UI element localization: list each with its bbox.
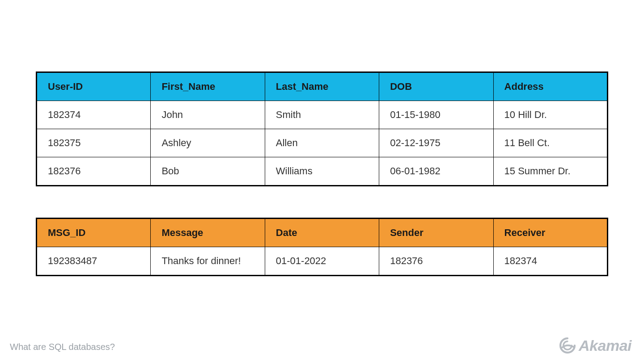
table-spacer (36, 186, 608, 218)
brand-logo: Akamai (558, 336, 631, 355)
table-header-row: MSG_ID Message Date Sender Receiver (37, 219, 608, 247)
table-row: 182375 Ashley Allen 02-12-1975 11 Bell C… (37, 129, 608, 157)
cell-first-name: Ashley (151, 129, 265, 157)
users-table: User-ID First_Name Last_Name DOB Address… (36, 72, 608, 186)
cell-first-name: John (151, 101, 265, 129)
col-header-user-id: User-ID (37, 72, 151, 101)
wave-icon (558, 336, 577, 355)
cell-date: 01-01-2022 (265, 247, 379, 276)
col-header-receiver: Receiver (493, 219, 607, 247)
cell-sender: 182376 (379, 247, 493, 276)
table-row: 182374 John Smith 01-15-1980 10 Hill Dr. (37, 101, 608, 129)
cell-address: 10 Hill Dr. (493, 101, 607, 129)
table-row: 192383487 Thanks for dinner! 01-01-2022 … (37, 247, 608, 276)
cell-user-id: 182376 (37, 157, 151, 186)
col-header-date: Date (265, 219, 379, 247)
col-header-message: Message (151, 219, 265, 247)
messages-table: MSG_ID Message Date Sender Receiver 1923… (36, 218, 608, 276)
col-header-msg-id: MSG_ID (37, 219, 151, 247)
col-header-dob: DOB (379, 72, 493, 101)
cell-last-name: Allen (265, 129, 379, 157)
col-header-address: Address (493, 72, 607, 101)
tables-container: User-ID First_Name Last_Name DOB Address… (36, 72, 608, 276)
cell-last-name: Smith (265, 101, 379, 129)
cell-address: 11 Bell Ct. (493, 129, 607, 157)
cell-last-name: Williams (265, 157, 379, 186)
cell-receiver: 182374 (493, 247, 607, 276)
table-header-row: User-ID First_Name Last_Name DOB Address (37, 72, 608, 101)
cell-user-id: 182375 (37, 129, 151, 157)
cell-msg-id: 192383487 (37, 247, 151, 276)
cell-address: 15 Summer Dr. (493, 157, 607, 186)
cell-user-id: 182374 (37, 101, 151, 129)
cell-first-name: Bob (151, 157, 265, 186)
cell-dob: 01-15-1980 (379, 101, 493, 129)
col-header-last-name: Last_Name (265, 72, 379, 101)
table-row: 182376 Bob Williams 06-01-1982 15 Summer… (37, 157, 608, 186)
col-header-sender: Sender (379, 219, 493, 247)
cell-message: Thanks for dinner! (151, 247, 265, 276)
caption-text: What are SQL databases? (10, 342, 115, 352)
brand-name: Akamai (579, 337, 631, 354)
cell-dob: 06-01-1982 (379, 157, 493, 186)
cell-dob: 02-12-1975 (379, 129, 493, 157)
col-header-first-name: First_Name (151, 72, 265, 101)
